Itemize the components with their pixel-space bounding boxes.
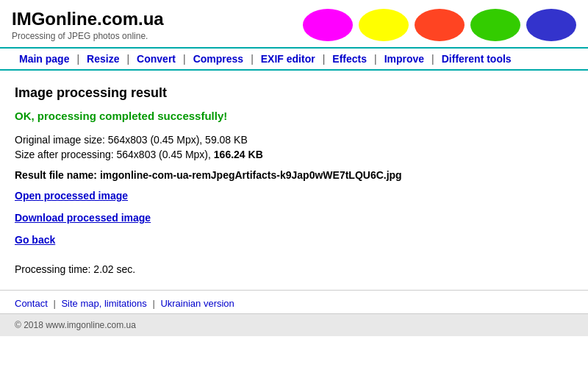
nav-item-effects[interactable]: Effects <box>325 53 374 65</box>
result-title: Image processing result <box>15 85 573 101</box>
site-title: IMGonline.com.ua <box>12 9 164 29</box>
color-blob-3 <box>470 9 520 41</box>
download-image-link[interactable]: Download processed image <box>15 212 573 224</box>
site-subtitle: Processing of JPEG photos online. <box>12 31 164 41</box>
main-nav: Main page|Resize|Convert|Compress|EXIF e… <box>0 47 588 71</box>
filename-prefix: Result file name: <box>15 169 97 181</box>
contact-link[interactable]: Contact <box>15 298 48 309</box>
go-back-link[interactable]: Go back <box>15 234 573 246</box>
sitemap-link[interactable]: Site map, limitations <box>61 298 146 309</box>
ukrainian-link[interactable]: Ukrainian version <box>160 298 234 309</box>
header: IMGonline.com.ua Processing of JPEG phot… <box>0 0 588 47</box>
nav-item-different-tools[interactable]: Different tools <box>434 53 519 65</box>
success-message: OK, processing completed successfully! <box>15 110 573 122</box>
footer-sep-1: | <box>53 298 58 309</box>
nav-item-convert[interactable]: Convert <box>129 53 183 65</box>
footer-copyright: © 2018 www.imgonline.com.ua <box>0 313 588 336</box>
color-blob-4 <box>526 9 576 41</box>
main-content: Image processing result OK, processing c… <box>0 71 588 290</box>
nav-item-improve[interactable]: Improve <box>377 53 431 65</box>
nav-item-resize[interactable]: Resize <box>79 53 126 65</box>
after-size-bold: 166.24 KB <box>214 149 263 160</box>
color-blob-2 <box>415 9 465 41</box>
header-left: IMGonline.com.ua Processing of JPEG phot… <box>12 9 164 41</box>
nav-item-main-page[interactable]: Main page <box>12 53 76 65</box>
after-size-prefix: Size after processing: 564x803 (0.45 Mpx… <box>15 149 211 160</box>
processing-time: Processing time: 2.02 sec. <box>15 256 573 275</box>
footer-links: Contact | Site map, limitations | Ukrain… <box>0 290 588 313</box>
nav-item-exif-editor[interactable]: EXIF editor <box>254 53 323 65</box>
filename-value: imgonline-com-ua-remJpegArtifacts-k9Jap0… <box>100 169 402 181</box>
filename-line: Result file name: imgonline-com-ua-remJp… <box>15 169 573 181</box>
color-blob-1 <box>359 9 409 41</box>
color-blob-0 <box>303 9 353 41</box>
color-blobs <box>303 9 576 41</box>
open-image-link[interactable]: Open processed image <box>15 190 573 202</box>
original-size-line: Original image size: 564x803 (0.45 Mpx),… <box>15 134 573 146</box>
nav-item-compress[interactable]: Compress <box>186 53 251 65</box>
after-size-line: Size after processing: 564x803 (0.45 Mpx… <box>15 149 573 160</box>
footer-sep-2: | <box>152 298 157 309</box>
